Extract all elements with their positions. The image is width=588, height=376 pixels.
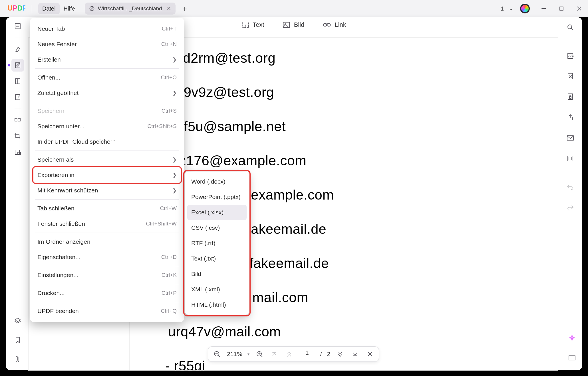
zoom-out-button[interactable] [212, 349, 222, 359]
right-toolbar: OCR [562, 21, 578, 214]
menu-export[interactable]: Exportieren in❯ [33, 167, 181, 183]
zoom-value[interactable]: 211% [227, 351, 242, 357]
close-zoombar-button[interactable] [365, 349, 375, 359]
crop-icon[interactable] [11, 130, 24, 143]
flatten-icon[interactable] [564, 152, 577, 165]
export-rtf[interactable]: RTF (.rtf) [187, 235, 247, 251]
text-line: mail.com [252, 290, 308, 305]
redo-icon[interactable] [564, 201, 577, 214]
mail-icon[interactable] [564, 132, 577, 144]
export-powerpoint[interactable]: PowerPoint (.pptx) [187, 189, 247, 205]
maximize-button[interactable] [555, 2, 568, 15]
svg-rect-28 [569, 157, 572, 160]
minimize-button[interactable] [537, 2, 550, 15]
protect-icon[interactable] [564, 91, 577, 103]
svg-text:UPDF: UPDF [7, 4, 25, 12]
help-menu[interactable]: Hilfe [60, 3, 79, 14]
prev-page-button[interactable] [284, 349, 294, 359]
menu-quit[interactable]: UPDF beendenCtrl+Q [33, 303, 181, 319]
compress-icon[interactable] [564, 70, 577, 83]
app-logo: UPDF [7, 4, 25, 13]
text-line: example.com [251, 187, 334, 203]
undo-icon[interactable] [564, 181, 577, 193]
menu-save-as-type[interactable]: Speichern als❯ [33, 152, 181, 167]
menu-save-as[interactable]: Speichern unter...Ctrl+Shift+S [33, 119, 181, 134]
tab-title: Wirtschaftli..._Deutschland [98, 5, 162, 12]
svg-rect-26 [567, 136, 573, 140]
svg-text:T: T [244, 23, 247, 27]
menu-print[interactable]: Drucken...Ctrl+P [33, 285, 181, 301]
menu-reveal[interactable]: Im Ordner anzeigen [33, 234, 181, 249]
ai-sparkle-icon[interactable] [566, 332, 578, 344]
edit-icon[interactable] [11, 59, 24, 72]
organize-icon[interactable] [11, 114, 24, 127]
ocr-icon[interactable]: OCR [564, 50, 577, 62]
menu-new-window[interactable]: Neues FensterCtrl+N [33, 36, 181, 52]
svg-rect-27 [568, 156, 573, 161]
last-page-button[interactable] [350, 349, 360, 359]
menu-new-tab[interactable]: Neuer TabCtrl+T [33, 21, 181, 36]
zoom-in-button[interactable] [255, 349, 264, 359]
bookmark-icon[interactable] [11, 334, 24, 346]
insert-image-button[interactable]: Bild [283, 21, 305, 29]
file-menu[interactable]: Datei [38, 3, 60, 14]
separator [35, 151, 179, 151]
export-word[interactable]: Word (.docx) [187, 174, 247, 189]
menu-save-cloud[interactable]: In der UPDF Cloud speichern [33, 134, 181, 149]
form-icon[interactable] [11, 91, 24, 103]
zoom-nav-bar: 211% ▾ 1 / 2 [208, 346, 379, 362]
export-xml[interactable]: XML (.xml) [187, 282, 247, 297]
document-tab[interactable]: Wirtschaftli..._Deutschland ✕ [85, 3, 176, 15]
menu-recent[interactable]: Zuletzt geöffnet❯ [33, 85, 181, 101]
share-icon[interactable] [564, 111, 577, 124]
left-toolbar [9, 20, 26, 158]
export-text[interactable]: Text (.txt) [187, 251, 247, 266]
close-tab-icon[interactable]: ✕ [166, 5, 172, 12]
separator [35, 284, 179, 284]
redact-icon[interactable] [11, 146, 24, 158]
highlight-icon[interactable] [11, 43, 24, 56]
separator [35, 302, 179, 302]
menu-properties[interactable]: Eigenschaften...Ctrl+D [33, 249, 181, 265]
insert-link-button[interactable]: Link [323, 21, 346, 29]
search-icon[interactable] [564, 21, 577, 34]
first-page-button[interactable] [269, 349, 279, 359]
text-line: zbd2rm@test.org [168, 50, 275, 66]
svg-line-40 [218, 355, 220, 357]
close-window-button[interactable] [573, 2, 586, 15]
next-page-button[interactable] [335, 349, 345, 359]
text-line: fakeemail.de [249, 255, 329, 271]
export-csv[interactable]: CSV (.csv) [187, 220, 247, 235]
export-excel[interactable]: Excel (.xlsx) [187, 205, 247, 220]
menu-close-tab[interactable]: Tab schließenCtrl+W [33, 201, 181, 216]
chevron-down-icon[interactable]: ▾ [247, 352, 249, 356]
edit-toolbar: TText Bild Link [242, 21, 346, 29]
open-docs-count: 1 [501, 5, 504, 12]
text-line: - r55gj [165, 358, 205, 370]
chevron-down-icon[interactable]: ⌄ [509, 6, 513, 11]
export-html[interactable]: HTML (.html) [187, 297, 247, 312]
page-current[interactable]: 1 [299, 349, 315, 359]
file-menu-popup: Neuer TabCtrl+T Neues FensterCtrl+N Erst… [30, 18, 184, 322]
menu-password[interactable]: Mit Kennwort schützen❯ [33, 183, 181, 198]
svg-line-20 [571, 28, 573, 30]
menu-create[interactable]: Erstellen❯ [33, 52, 181, 67]
ai-avatar[interactable] [520, 4, 530, 13]
label: Link [335, 21, 346, 29]
menu-preferences[interactable]: Einstellungen...Ctrl+K [33, 267, 181, 283]
label: Text [253, 21, 264, 29]
slideshow-icon[interactable] [566, 352, 578, 365]
svg-rect-15 [15, 118, 17, 121]
attachment-icon[interactable] [11, 353, 24, 366]
insert-text-button[interactable]: TText [242, 21, 264, 29]
svg-rect-16 [18, 118, 20, 121]
text-line: )ytf5u@sample.net [168, 119, 286, 134]
menu-open[interactable]: Öffnen...Ctrl+O [33, 70, 181, 85]
reader-mode-icon[interactable] [11, 20, 24, 32]
pages-icon[interactable] [11, 75, 24, 88]
menu-close-window[interactable]: Fenster schließenCtrl+Shift+W [33, 216, 181, 231]
layers-icon[interactable] [11, 314, 24, 327]
export-image[interactable]: Bild [187, 266, 247, 282]
new-tab-button[interactable]: ＋ [180, 4, 189, 13]
svg-line-2 [90, 7, 93, 10]
